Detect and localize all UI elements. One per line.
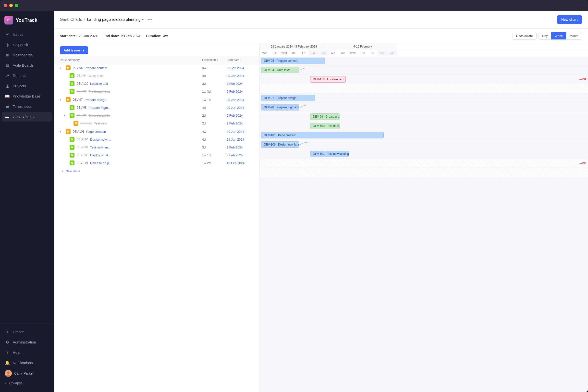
issues-header: Add issues ▾ [54,43,260,56]
issue-title[interactable]: Deploy on st... [90,153,110,157]
table-row[interactable]: N DEV-104 Release on p... 1w 2d 13 Feb 2… [56,159,258,167]
issue-estimation: 4d [202,106,226,110]
expand-icon[interactable]: ▾ [60,98,64,101]
gantt-bar-dev94[interactable]: DEV-94 Write texts [261,67,299,73]
sidebar-item-knowledge-base[interactable]: 📖 Knowledge Base [2,91,52,101]
table-row[interactable]: ▾ M DEV-97 Prepare design 1w 1d 29 Jan 2… [56,96,258,104]
window-menu[interactable]: ⋮ [580,3,584,8]
add-issues-button[interactable]: Add issues ▾ [60,46,88,54]
end-date-label: End date: [104,34,119,38]
sidebar-item-create[interactable]: ＋ Create [2,327,52,337]
issue-title[interactable]: Write texts [88,74,104,78]
issue-title[interactable]: Design new l... [90,138,111,141]
issue-title[interactable]: Prepare content [84,66,107,70]
breadcrumb: Gantt Charts / Landing page release plan… [60,17,152,22]
table-row[interactable]: N DEV-110 Localize text 3d 2 Feb 2024 [56,80,258,88]
gantt-day-fri2: Fri [368,50,377,56]
expand-icon[interactable]: ▾ [60,130,64,133]
sidebar-item-label: Dashboards [13,53,32,57]
gantt-bar-row [260,84,588,93]
table-row[interactable]: N DEV-107 Test new lan... 3d 2 Feb 2024 [56,143,258,151]
new-chart-button[interactable]: New chart [557,15,582,24]
table-row[interactable]: M DEV-100 Test de... 2d 2 Feb 2024 [56,119,258,127]
close-button[interactable] [4,4,7,7]
gantt-bar-row [260,168,588,177]
issue-summary: N DEV-106 Design new l... [64,137,202,142]
sidebar-item-label: Administration [13,340,36,344]
gantt-bar-dev95[interactable]: DEV-95 Prepare content [261,58,325,64]
view-month-button[interactable]: Month [566,32,582,40]
toolbar: Start date: 29 Jan 2024 End date: 23 Feb… [54,29,588,43]
start-date-info: Start date: 29 Jan 2024 [60,34,98,38]
sidebar-item-administration[interactable]: ⚙ Administration [2,337,52,347]
table-row[interactable]: ▾ N DEV-99 Create graphi... 2d 2 Feb 202… [56,112,258,119]
user-profile[interactable]: Carry Parker [2,368,52,379]
issue-title[interactable]: Page creation [86,130,106,134]
recalculate-button[interactable]: Recalculate [512,32,536,40]
gantt-bar-dev110[interactable]: DEV-110 Localize text [310,76,346,82]
sidebar-item-issues[interactable]: ✓ Issues [2,30,52,39]
issue-badge: N [70,113,74,118]
logo-icon: YT [4,16,13,24]
table-row[interactable]: ▾ M DEV-101 Page creation 4w 29 Jan 2024 [56,128,258,136]
issue-start-date: 13 Feb 2024 [226,161,254,165]
gantt-bar-dev100[interactable]: DEV-100 Test designs [310,123,340,129]
date-info: Start date: 29 Jan 2024 End date: 23 Feb… [60,34,168,38]
logo-text: YouTrack [16,18,38,23]
gantt-bar-dev97[interactable]: DEV-97 Prepare design [261,95,315,101]
sidebar-item-notifications[interactable]: 🔔 Notifications [2,358,52,368]
view-week-button[interactable]: Week [551,32,566,40]
gantt-day-sun: Sun [318,50,328,56]
sidebar-item-timesheets[interactable]: ☰ Timesheets [2,102,52,111]
breadcrumb-parent[interactable]: Gantt Charts [60,18,82,22]
expand-icon[interactable]: ▾ [64,114,68,117]
issue-badge: N [70,137,74,142]
table-row[interactable]: ▾ M DEV-95 Prepare content 3w 29 Jan 202… [56,64,258,72]
sidebar-item-dashboards[interactable]: ⊞ Dashboards [2,50,52,60]
issue-title[interactable]: Prepare Figm... [88,106,110,110]
issue-estimation: 4d [202,138,226,141]
sidebar-item-agile-boards[interactable]: ▦ Agile Boards [2,60,52,70]
issue-title[interactable]: Prepare design [84,98,106,102]
maximize-button[interactable] [15,4,18,7]
issue-title[interactable]: Test new lan... [90,146,110,149]
view-toggle: Day Week Month [538,32,582,40]
issue-id: DEV-104 [76,161,88,165]
new-issue-button[interactable]: + New issue [56,167,258,176]
gantt-bar-dev99[interactable]: DEV-99 Create graphics [310,114,340,120]
issue-title[interactable]: Create graphi... [88,114,110,117]
gantt-bar-dev101[interactable]: DEV-101 Page creation [261,132,384,138]
gantt-bar-dev106[interactable]: DEV-106 Design new landi... [261,141,299,148]
table-row[interactable]: N DEV-106 Design new l... 4d 29 Jan 2024 [56,136,258,143]
timesheets-icon: ☰ [5,104,10,109]
sidebar-item-projects[interactable]: ◫ Projects [2,81,52,91]
breadcrumb-dropdown-icon[interactable]: ▾ [142,18,144,21]
gantt-bar-dev98[interactable]: DEV-98 Prepare Figma dr... [261,104,299,110]
sidebar-item-helpdesk[interactable]: ◎ Helpdesk [2,40,52,50]
issue-title[interactable]: Localize text [90,82,108,86]
table-row[interactable]: N DEV-94 Write texts 4d 29 Jan 2024 [56,72,258,80]
gantt-bar-dev107[interactable]: DEV-107 Test new landing p [310,151,349,157]
breadcrumb-more-options[interactable]: ••• [148,17,152,22]
gantt-body: DEV-95 Prepare content DEV-94 Write text… [260,56,588,177]
gantt-bar-row: DEV-94 Write texts [260,66,588,75]
issue-badge: N [70,145,74,150]
issue-title[interactable]: Proofread texts [88,90,110,93]
sidebar-item-reports[interactable]: ↗ Reports [2,70,52,80]
table-row[interactable]: N DEV-96 Proofread texts 1w 3d 5 Feb 202… [56,88,258,95]
collapse-sidebar[interactable]: « Collapse [2,379,52,387]
minimize-button[interactable] [9,4,13,7]
view-day-button[interactable]: Day [539,32,551,40]
expand-icon[interactable]: ▾ [60,67,64,69]
agile-boards-icon: ▦ [5,63,10,68]
issue-title[interactable]: Release on p... [90,161,112,165]
helpdesk-icon: ◎ [5,42,10,47]
table-row[interactable]: N DEV-103 Deploy on st... 1w 1d 5 Feb 20… [56,151,258,159]
new-issue-icon: + [62,169,64,173]
gantt-week2-label: 4-10 February [328,43,397,50]
sidebar-item-gantt-charts[interactable]: ▬ Gantt Charts [2,112,52,122]
table-row[interactable]: N DEV-98 Prepare Figm... 4d 29 Jan 2024 [56,104,258,112]
issue-title[interactable]: Test de... [94,122,107,125]
sidebar-item-help[interactable]: ? Help [2,348,52,357]
breadcrumb-current: Landing page release planning ▾ [87,18,144,22]
